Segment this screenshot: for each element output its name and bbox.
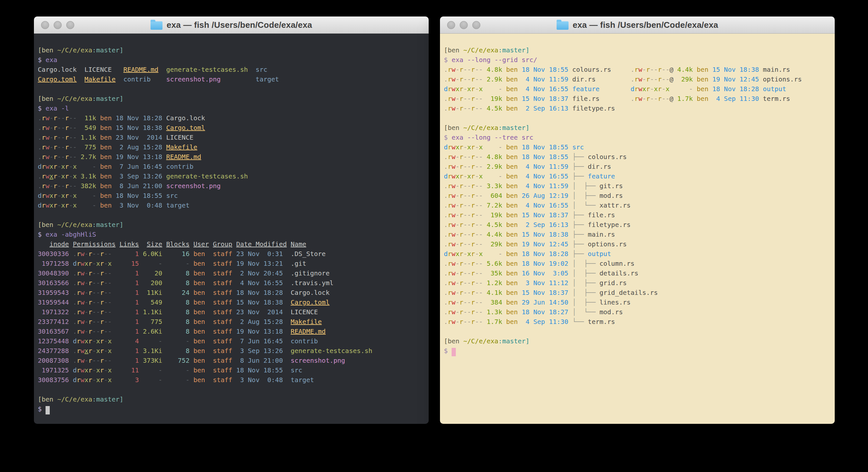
terminal-line: .rw-r--r-- 4.1k ben 15 Nov 18:37 │ ├── g… [444, 288, 835, 297]
folder-icon [151, 21, 162, 30]
terminal-line: $ exa --long --grid src/ [444, 55, 835, 65]
terminal-line [38, 385, 429, 394]
terminal-line: .rw-r--r-- 2.9k ben 4 Nov 11:59 ├── dir.… [444, 161, 835, 171]
terminal-line: $ exa [38, 55, 429, 65]
terminal-line: [ben ~/C/e/exa:master] [444, 45, 835, 55]
zoom-button[interactable] [66, 21, 74, 29]
terminal-line: Cargo.lock LICENCE README.md generate-te… [38, 65, 429, 75]
terminal-window-light: exa — fish /Users/ben/Code/exa/exa [ben … [440, 17, 835, 424]
minimize-button[interactable] [54, 21, 62, 29]
titlebar[interactable]: exa — fish /Users/ben/Code/exa/exa [440, 17, 835, 34]
window-title-text: exa — fish /Users/ben/Code/exa/exa [167, 20, 312, 30]
terminal-window-dark: exa — fish /Users/ben/Code/exa/exa [ben … [34, 17, 429, 424]
terminal-line: 30048390 .rw-r--r-- 1 20 8 ben staff 2 N… [38, 268, 429, 278]
terminal-line: .rw-r--r-- 382k ben 8 Jun 21:00 screensh… [38, 181, 429, 191]
terminal-line: .rw-r--r-- 2.7k ben 19 Nov 13:18 README.… [38, 152, 429, 161]
terminal-line: $ exa -abghHliS [38, 230, 429, 239]
terminal-line: 23377412 .rw-r--r-- 1 775 8 ben staff 2 … [38, 317, 429, 326]
terminal-line: $ exa -l [38, 104, 429, 113]
terminal-line: drwxr-xr-x - ben 18 Nov 18:28 ├── output [444, 249, 835, 259]
terminal-line: [ben ~/C/e/exa:master] [38, 394, 429, 404]
terminal-content-light[interactable]: [ben ~/C/e/exa:master]$ exa --long --gri… [440, 34, 835, 424]
terminal-line: inode Permissions Links Size Blocks User… [38, 239, 429, 249]
terminal-line: .rw-r--r-- 5.6k ben 18 Nov 19:02 │ ├── c… [444, 259, 835, 268]
terminal-line: drwxr-xr-x - ben 4 Nov 16:55 feature drw… [444, 84, 835, 94]
terminal-line: Cargo.toml Makefile contrib screenshot.p… [38, 75, 429, 84]
terminal-line: $ [38, 404, 429, 414]
terminal-line: .rw-r--r-- 11k ben 18 Nov 18:28 Cargo.lo… [38, 113, 429, 123]
terminal-line: 31959544 .rw-r--r-- 1 549 8 ben staff 15… [38, 297, 429, 307]
terminal-cursor [452, 348, 456, 356]
titlebar[interactable]: exa — fish /Users/ben/Code/exa/exa [34, 17, 429, 34]
terminal-line: drwxr-xr-x - ben 18 Nov 18:55 src [444, 142, 835, 152]
terminal-line: .rw-r--r-- 4.4k ben 15 Nov 18:38 ├── mai… [444, 230, 835, 239]
terminal-line: .rw-r--r-- 2.9k ben 4 Nov 11:59 dir.rs .… [444, 75, 835, 84]
minimize-button[interactable] [460, 21, 468, 29]
terminal-line: 20087308 .rw-r--r-- 1 373Ki 752 ben staf… [38, 356, 429, 365]
terminal-line: 12375448 drwxr-xr-x 4 - - ben staff 7 Ju… [38, 336, 429, 346]
terminal-line [444, 35, 835, 45]
terminal-line [444, 113, 835, 123]
terminal-line [444, 326, 835, 336]
terminal-line: 24377288 .rwxr-xr-x 1 3.1Ki 8 ben staff … [38, 346, 429, 356]
terminal-cursor [45, 406, 50, 414]
terminal-content-dark[interactable]: [ben ~/C/e/exa:master]$ exaCargo.lock LI… [34, 34, 429, 424]
terminal-line: .rw-r--r-- 1.1k ben 23 Nov 2014 LICENCE [38, 132, 429, 142]
terminal-line: 30083756 drwxr-xr-x 3 - - ben staff 3 No… [38, 375, 429, 385]
terminal-line: 31959543 .rw-r--r-- 1 11Ki 24 ben staff … [38, 288, 429, 297]
terminal-line: .rw-r--r-- 4.8k ben 18 Nov 18:55 colours… [444, 65, 835, 75]
terminal-line: .rw-r--r-- 29k ben 19 Nov 12:45 ├── opti… [444, 239, 835, 249]
terminal-line: 30030336 .rw-r--r-- 1 6.0Ki 16 ben staff… [38, 249, 429, 259]
window-title: exa — fish /Users/ben/Code/exa/exa [151, 20, 312, 30]
terminal-line: .rw-r--r-- 4.5k ben 2 Sep 16:13 ├── file… [444, 220, 835, 230]
terminal-line: .rw-r--r-- 1.3k ben 18 Nov 18:27 │ └── m… [444, 307, 835, 317]
terminal-line: .rw-r--r-- 4.5k ben 2 Sep 16:13 filetype… [444, 104, 835, 113]
terminal-line: .rwxr-xr-x 3.1k ben 3 Sep 13:26 generate… [38, 171, 429, 181]
folder-icon [557, 21, 568, 30]
zoom-button[interactable] [472, 21, 480, 29]
terminal-line: .rw-r--r-- 19k ben 15 Nov 18:37 file.rs … [444, 94, 835, 104]
window-title-text: exa — fish /Users/ben/Code/exa/exa [573, 20, 718, 30]
terminal-line [38, 84, 429, 94]
window-controls [447, 17, 480, 33]
terminal-line: .rw-r--r-- 19k ben 15 Nov 18:37 ├── file… [444, 210, 835, 220]
terminal-line: [ben ~/C/e/exa:master] [444, 123, 835, 132]
terminal-line: .rw-r--r-- 1.7k ben 4 Sep 11:30 └── term… [444, 317, 835, 326]
terminal-line: drwxr-xr-x - ben 18 Nov 18:55 src [38, 191, 429, 201]
terminal-line: 30163566 .rw-r--r-- 1 200 8 ben staff 4 … [38, 278, 429, 288]
terminal-line: 1971322 .rw-r--r-- 1 1.1Ki 8 ben staff 2… [38, 307, 429, 317]
terminal-line: .rw-r--r-- 35k ben 16 Nov 3:05 │ ├── det… [444, 268, 835, 278]
terminal-line: [ben ~/C/e/exa:master] [38, 220, 429, 230]
terminal-line: $ exa --long --tree src [444, 132, 835, 142]
window-controls [41, 17, 74, 33]
terminal-line: .rw-r--r-- 384 ben 29 Jun 14:50 │ ├── li… [444, 297, 835, 307]
desktop: { "colors": { "dark": { "bg":"#2b2d32", … [0, 0, 868, 472]
terminal-line: .rw-r--r-- 604 ben 26 Aug 12:19 │ ├── mo… [444, 191, 835, 201]
terminal-line: $ [444, 346, 835, 356]
close-button[interactable] [41, 21, 49, 29]
terminal-line: .rw-r--r-- 1.2k ben 3 Nov 11:12 │ ├── gr… [444, 278, 835, 288]
terminal-line: drwxr-xr-x - ben 7 Jun 16:45 contrib [38, 161, 429, 171]
terminal-line: [ben ~/C/e/exa:master] [38, 94, 429, 104]
terminal-line: .rw-r--r-- 4.8k ben 18 Nov 18:55 ├── col… [444, 152, 835, 161]
terminal-line: 1971258 drwxr-xr-x 15 - - ben staff 19 N… [38, 259, 429, 268]
terminal-line [38, 210, 429, 220]
terminal-line: .rw-r--r-- 549 ben 15 Nov 18:38 Cargo.to… [38, 123, 429, 132]
terminal-line: .rw-r--r-- 3.3k ben 4 Nov 11:59 │ ├── gi… [444, 181, 835, 191]
terminal-line: .rw-r--r-- 7.2k ben 4 Nov 16:55 │ └── xa… [444, 201, 835, 210]
terminal-line: [ben ~/C/e/exa:master] [38, 45, 429, 55]
terminal-line: .rw-r--r-- 775 ben 2 Aug 15:28 Makefile [38, 142, 429, 152]
terminal-line: 1971325 drwxr-xr-x 11 - - ben staff 18 N… [38, 365, 429, 375]
window-title: exa — fish /Users/ben/Code/exa/exa [557, 20, 718, 30]
terminal-line: 30163567 .rw-r--r-- 1 2.6Ki 8 ben staff … [38, 326, 429, 336]
terminal-line: drwxr-xr-x - ben 3 Nov 0:48 target [38, 201, 429, 210]
terminal-line: [ben ~/C/e/exa:master] [444, 336, 835, 346]
terminal-line: drwxr-xr-x - ben 4 Nov 16:55 ├── feature [444, 171, 835, 181]
terminal-line [38, 35, 429, 45]
close-button[interactable] [447, 21, 455, 29]
